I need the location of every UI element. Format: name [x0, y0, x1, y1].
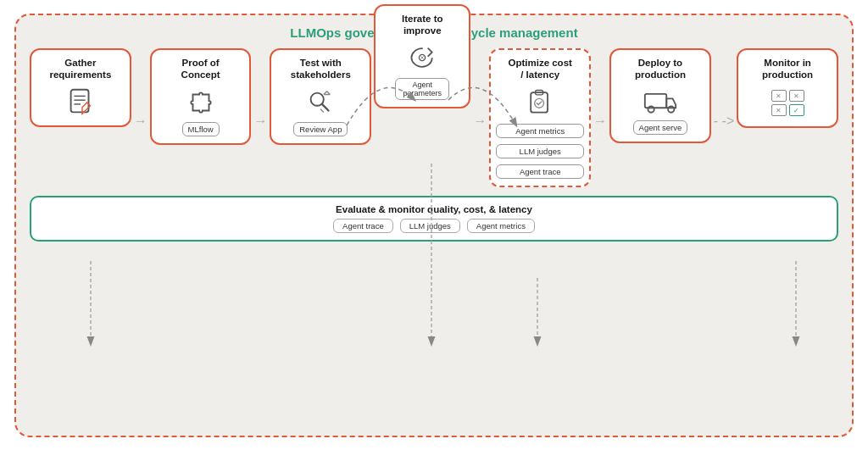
arrow-1: → [134, 48, 147, 150]
deploy-badge: Agent serve [633, 120, 688, 135]
svg-rect-0 [70, 90, 88, 113]
arrow-3: → [473, 48, 487, 150]
optimize-badges: Agent metrics LLM judges Agent trace [496, 120, 584, 179]
monitor-grid: ✕ ✕ ✕ ✓ [771, 90, 804, 116]
refresh-icon [407, 42, 437, 73]
card-iterate-title: Iterate to improve [402, 13, 443, 38]
optimize-badge-2: LLM judges [496, 144, 584, 158]
bottom-badge-1: Agent trace [333, 219, 393, 233]
bottom-bar-title: Evaluate & monitor quality, cost, & late… [336, 204, 532, 214]
iterate-sub-badge: Agentparameters [395, 78, 449, 100]
card-gather-title: Gather requirements [49, 57, 111, 82]
arrow-5: - -> [714, 48, 734, 150]
outer-container: LLMOps governance and lifecycle manageme… [14, 14, 854, 437]
card-gather: Gather requirements [30, 48, 131, 128]
card-optimize: Optimize cost / latency Agent metrics LL… [489, 48, 591, 188]
card-test-title: Test with stakeholders [291, 57, 351, 82]
card-poc: Proof of Concept MLflow [150, 48, 252, 146]
card-test: Test with stakeholders Review App [270, 48, 371, 146]
arrow-4: → [593, 48, 607, 150]
svg-rect-7 [531, 93, 548, 113]
puzzle-icon [185, 86, 217, 119]
iterate-area: Iterate to improve Agentparameters [374, 4, 470, 113]
doc-icon [64, 86, 97, 119]
card-iterate: Iterate to improve Agentparameters [374, 4, 470, 109]
bottom-badge-3: Agent metrics [467, 219, 535, 233]
clipboard-icon [525, 86, 555, 117]
card-monitor-title: Monitor in production [762, 57, 813, 82]
monitor-cell-4: ✓ [789, 104, 804, 116]
bottom-badge-2: LLM judges [400, 219, 460, 233]
card-monitor: Monitor in production ✕ ✕ ✕ ✓ [737, 48, 838, 129]
card-deploy-title: Deploy to production [635, 57, 686, 82]
bottom-evaluate-bar: Evaluate & monitor quality, cost, & late… [30, 196, 838, 242]
card-deploy: Deploy to production Agent serve [609, 48, 711, 144]
optimize-badge-1: Agent metrics [496, 124, 584, 138]
monitor-cell-1: ✕ [771, 90, 787, 102]
svg-rect-10 [645, 94, 666, 108]
cards-row: Gather requirements → Proof of Concept M… [30, 48, 838, 188]
poc-badge: MLflow [182, 122, 220, 136]
optimize-badge-3: Agent trace [496, 164, 584, 179]
truck-icon [643, 86, 677, 117]
arrow-2: → [253, 48, 267, 150]
svg-line-5 [322, 104, 329, 111]
test-badge: Review App [293, 122, 348, 136]
monitor-cell-2: ✕ [789, 90, 804, 102]
card-optimize-title: Optimize cost / latency [508, 57, 571, 82]
search-tools-icon [304, 86, 337, 119]
card-poc-title: Proof of Concept [181, 57, 220, 82]
monitor-cell-3: ✕ [771, 104, 787, 116]
bottom-bar-badges: Agent trace LLM judges Agent metrics [333, 219, 535, 233]
